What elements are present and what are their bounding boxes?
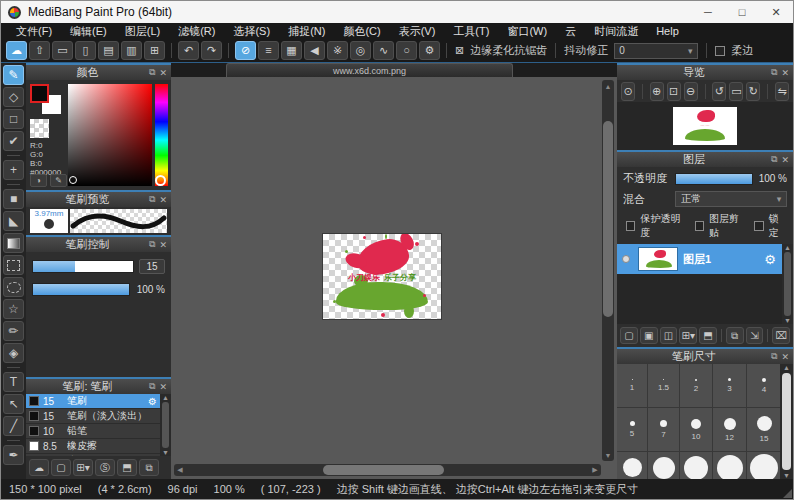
brush-size-cell[interactable]: 12 [713,408,746,451]
layers-scrollbar[interactable]: ▲ ▼ [782,244,793,324]
brush-size-cell[interactable]: 15 [747,408,780,451]
menu-snap[interactable]: 捕捉(N) [279,24,334,39]
close-icon[interactable]: ✕ [781,352,789,362]
brush-opacity-slider[interactable] [32,283,130,296]
brush-size-cell[interactable]: 4 [747,364,780,407]
menu-file[interactable]: 文件(F) [7,24,61,39]
brush-cloud-button[interactable]: ☁ [29,459,49,476]
popup-icon[interactable]: ⧉ [771,67,777,78]
jitter-dropdown[interactable]: 0 ▾ [614,43,698,59]
brush-size-cell[interactable]: 5 [617,408,647,451]
snap-parallel-button[interactable]: ≡ [258,41,279,60]
memo-button[interactable]: ▯ [75,41,96,60]
menu-color[interactable]: 颜色(C) [334,24,389,39]
sv-cursor[interactable] [69,176,77,184]
popup-icon[interactable]: ⧉ [149,194,155,205]
brush-size-value[interactable]: 15 [139,259,165,274]
lasso-tool[interactable] [3,277,24,297]
palette-button[interactable]: ✎ [50,174,67,187]
canvas-image[interactable]: 小刀娱乐乐子分享 [323,234,441,319]
nav-zoom-out-button[interactable]: ⊖ [684,82,698,101]
nav-zoom-button[interactable]: ⊙ [621,82,635,101]
soft-edge-checkbox[interactable] [715,46,725,56]
clipping-checkbox[interactable] [695,221,704,231]
script-brush-button[interactable]: Ⓢ [95,459,115,476]
fill-shape-tool[interactable]: ■ [3,189,24,209]
brush-list-item[interactable]: 10 铅笔 [26,424,160,439]
snap-cross-button[interactable]: ▦ [281,41,302,60]
brush-size-cell[interactable]: 30 [680,452,712,479]
close-icon[interactable]: ✕ [159,195,167,205]
select-eraser-tool[interactable]: ◈ [3,343,24,363]
comment-button[interactable]: ▭ [52,41,73,60]
canvas-viewport[interactable]: 小刀娱乐乐子分享 ◀ ▶ ▲ ▼ [171,77,617,479]
gradient-tool[interactable] [3,233,24,253]
shape-brush-tool[interactable]: □ [3,109,24,129]
close-icon[interactable]: ✕ [159,240,167,250]
gear-icon[interactable]: ⚙ [764,252,776,267]
menu-select[interactable]: 选择(S) [224,24,279,39]
transparent-color-swatch[interactable] [30,119,49,138]
brush-size-cell[interactable]: 25 [648,452,679,479]
scroll-up-icon[interactable]: ▲ [605,80,612,92]
undo-button[interactable]: ↶ [178,41,199,60]
new-layer-button[interactable]: ▢ [620,327,638,344]
flip-view-button[interactable]: ⇋ [775,82,789,101]
scroll-up-icon[interactable]: ▲ [162,394,169,401]
eraser-tool[interactable]: ◇ [3,87,24,107]
grid-edit-button[interactable]: ⊞ [144,41,165,60]
popup-icon[interactable]: ⧉ [149,239,155,250]
menu-layer[interactable]: 图层(L) [116,24,169,39]
hue-cursor[interactable] [155,175,166,186]
brush-size-cell[interactable]: 7 [648,408,679,451]
snap-concentric-button[interactable]: ◎ [350,41,371,60]
popup-icon[interactable]: ⧉ [149,67,155,78]
layer-row[interactable]: 图层1 ⚙ [617,244,782,274]
scroll-up-icon[interactable]: ▲ [784,244,791,251]
brush-size-cell[interactable]: 50 [747,452,780,479]
antialias-icon[interactable]: ⊠ [455,44,464,57]
protect-alpha-checkbox[interactable] [626,221,635,231]
popup-icon[interactable]: ⧉ [771,154,777,165]
layer-visibility-toggle[interactable] [619,255,633,263]
add-brush-menu-button[interactable]: ⊞▾ [73,459,93,476]
merge-layer-button[interactable]: ⇲ [746,327,764,344]
saturation-value-picker[interactable] [68,84,152,186]
delete-layer-button[interactable]: ⌧ [772,327,790,344]
snap-vanishing-button[interactable]: ◀ [304,41,325,60]
close-icon[interactable]: ✕ [781,155,789,165]
h-scroll-track[interactable] [186,464,589,476]
navigator-preview[interactable]: ⋯ ⋯ [617,102,793,150]
magic-wand-tool[interactable]: ☆ [3,299,24,319]
eyedropper-tool[interactable]: ✒ [3,445,24,465]
brush-size-scrollbar[interactable]: ▲ ▼ [780,364,793,479]
menu-window[interactable]: 窗口(W) [498,24,556,39]
menu-filter[interactable]: 滤镜(R) [169,24,224,39]
scrollbar-thumb[interactable] [784,252,791,316]
brush-size-cell[interactable]: 1 [617,364,647,407]
close-icon[interactable]: ✕ [159,68,167,78]
duplicate-brush-button[interactable]: ⧉ [139,459,159,476]
scrollbar-thumb[interactable] [782,373,791,470]
layer-opacity-slider[interactable] [675,173,753,185]
brush-list-item[interactable]: 8.5 橡皮擦 [26,439,160,454]
vertical-scrollbar[interactable]: ▲ ▼ [602,80,614,461]
popup-icon[interactable]: ⧉ [771,351,777,362]
color-wheel-button[interactable]: ◑ [30,174,47,187]
close-icon[interactable]: ✕ [781,68,789,78]
select-pen-tool[interactable]: ✏ [3,321,24,341]
redo-button[interactable]: ↷ [201,41,222,60]
menu-cloud[interactable]: 云 [556,24,585,39]
minimize-button[interactable]: ─ [691,1,725,23]
brush-folder-button[interactable]: ⬒ [117,459,137,476]
foreground-color-swatch[interactable] [30,84,49,103]
brush-size-cell[interactable]: 1.5 [648,364,679,407]
cloud-button[interactable]: ☁ [6,41,27,60]
v-scroll-track[interactable] [602,92,614,449]
gear-icon[interactable]: ⚙ [148,396,157,407]
rotate-right-button[interactable]: ↻ [746,82,760,101]
snap-curve-button[interactable]: ∿ [373,41,394,60]
brush-tool[interactable]: ✎ [3,65,24,85]
polyline-tool[interactable]: ✔ [3,131,24,151]
snap-settings-button[interactable]: ⚙ [419,41,440,60]
